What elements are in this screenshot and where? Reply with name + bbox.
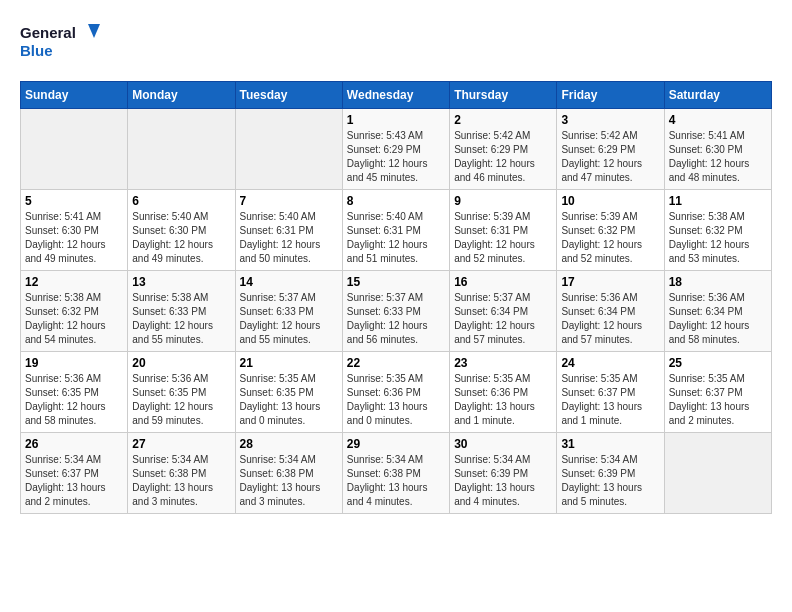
day-info: Sunrise: 5:42 AMSunset: 6:29 PMDaylight:… bbox=[561, 129, 659, 185]
day-info: Sunrise: 5:40 AMSunset: 6:31 PMDaylight:… bbox=[347, 210, 445, 266]
day-info: Sunrise: 5:34 AMSunset: 6:39 PMDaylight:… bbox=[561, 453, 659, 509]
day-info: Sunrise: 5:43 AMSunset: 6:29 PMDaylight:… bbox=[347, 129, 445, 185]
day-info: Sunrise: 5:41 AMSunset: 6:30 PMDaylight:… bbox=[669, 129, 767, 185]
calendar-cell: 24Sunrise: 5:35 AMSunset: 6:37 PMDayligh… bbox=[557, 352, 664, 433]
calendar-cell: 12Sunrise: 5:38 AMSunset: 6:32 PMDayligh… bbox=[21, 271, 128, 352]
calendar-cell: 1Sunrise: 5:43 AMSunset: 6:29 PMDaylight… bbox=[342, 109, 449, 190]
calendar-week-3: 12Sunrise: 5:38 AMSunset: 6:32 PMDayligh… bbox=[21, 271, 772, 352]
day-info: Sunrise: 5:37 AMSunset: 6:33 PMDaylight:… bbox=[347, 291, 445, 347]
day-number: 18 bbox=[669, 275, 767, 289]
calendar-cell: 20Sunrise: 5:36 AMSunset: 6:35 PMDayligh… bbox=[128, 352, 235, 433]
calendar-cell: 27Sunrise: 5:34 AMSunset: 6:38 PMDayligh… bbox=[128, 433, 235, 514]
day-number: 6 bbox=[132, 194, 230, 208]
day-info: Sunrise: 5:34 AMSunset: 6:37 PMDaylight:… bbox=[25, 453, 123, 509]
calendar-cell: 6Sunrise: 5:40 AMSunset: 6:30 PMDaylight… bbox=[128, 190, 235, 271]
page-header: General Blue bbox=[20, 20, 772, 65]
day-number: 3 bbox=[561, 113, 659, 127]
day-info: Sunrise: 5:34 AMSunset: 6:38 PMDaylight:… bbox=[132, 453, 230, 509]
day-info: Sunrise: 5:34 AMSunset: 6:38 PMDaylight:… bbox=[347, 453, 445, 509]
day-info: Sunrise: 5:40 AMSunset: 6:30 PMDaylight:… bbox=[132, 210, 230, 266]
day-number: 13 bbox=[132, 275, 230, 289]
svg-marker-2 bbox=[88, 24, 100, 38]
calendar-cell: 2Sunrise: 5:42 AMSunset: 6:29 PMDaylight… bbox=[450, 109, 557, 190]
day-info: Sunrise: 5:35 AMSunset: 6:37 PMDaylight:… bbox=[669, 372, 767, 428]
calendar-cell: 28Sunrise: 5:34 AMSunset: 6:38 PMDayligh… bbox=[235, 433, 342, 514]
day-info: Sunrise: 5:34 AMSunset: 6:39 PMDaylight:… bbox=[454, 453, 552, 509]
weekday-header-wednesday: Wednesday bbox=[342, 82, 449, 109]
calendar-cell bbox=[235, 109, 342, 190]
calendar-cell bbox=[21, 109, 128, 190]
day-info: Sunrise: 5:36 AMSunset: 6:35 PMDaylight:… bbox=[25, 372, 123, 428]
day-number: 29 bbox=[347, 437, 445, 451]
calendar-cell: 14Sunrise: 5:37 AMSunset: 6:33 PMDayligh… bbox=[235, 271, 342, 352]
calendar-cell: 19Sunrise: 5:36 AMSunset: 6:35 PMDayligh… bbox=[21, 352, 128, 433]
day-number: 10 bbox=[561, 194, 659, 208]
day-number: 22 bbox=[347, 356, 445, 370]
day-number: 24 bbox=[561, 356, 659, 370]
calendar-cell: 22Sunrise: 5:35 AMSunset: 6:36 PMDayligh… bbox=[342, 352, 449, 433]
day-info: Sunrise: 5:36 AMSunset: 6:35 PMDaylight:… bbox=[132, 372, 230, 428]
day-info: Sunrise: 5:38 AMSunset: 6:32 PMDaylight:… bbox=[25, 291, 123, 347]
day-number: 25 bbox=[669, 356, 767, 370]
day-info: Sunrise: 5:36 AMSunset: 6:34 PMDaylight:… bbox=[669, 291, 767, 347]
day-info: Sunrise: 5:38 AMSunset: 6:32 PMDaylight:… bbox=[669, 210, 767, 266]
calendar-cell bbox=[128, 109, 235, 190]
weekday-header-thursday: Thursday bbox=[450, 82, 557, 109]
calendar-cell: 11Sunrise: 5:38 AMSunset: 6:32 PMDayligh… bbox=[664, 190, 771, 271]
day-number: 30 bbox=[454, 437, 552, 451]
day-number: 16 bbox=[454, 275, 552, 289]
weekday-header-tuesday: Tuesday bbox=[235, 82, 342, 109]
day-info: Sunrise: 5:42 AMSunset: 6:29 PMDaylight:… bbox=[454, 129, 552, 185]
day-number: 14 bbox=[240, 275, 338, 289]
day-number: 9 bbox=[454, 194, 552, 208]
calendar-cell: 18Sunrise: 5:36 AMSunset: 6:34 PMDayligh… bbox=[664, 271, 771, 352]
weekday-header-saturday: Saturday bbox=[664, 82, 771, 109]
weekday-header-friday: Friday bbox=[557, 82, 664, 109]
calendar-cell: 23Sunrise: 5:35 AMSunset: 6:36 PMDayligh… bbox=[450, 352, 557, 433]
calendar-cell bbox=[664, 433, 771, 514]
logo: General Blue bbox=[20, 20, 100, 65]
calendar-cell: 10Sunrise: 5:39 AMSunset: 6:32 PMDayligh… bbox=[557, 190, 664, 271]
day-number: 2 bbox=[454, 113, 552, 127]
day-number: 26 bbox=[25, 437, 123, 451]
weekday-header-row: SundayMondayTuesdayWednesdayThursdayFrid… bbox=[21, 82, 772, 109]
calendar-week-2: 5Sunrise: 5:41 AMSunset: 6:30 PMDaylight… bbox=[21, 190, 772, 271]
calendar-week-5: 26Sunrise: 5:34 AMSunset: 6:37 PMDayligh… bbox=[21, 433, 772, 514]
day-number: 27 bbox=[132, 437, 230, 451]
calendar-cell: 25Sunrise: 5:35 AMSunset: 6:37 PMDayligh… bbox=[664, 352, 771, 433]
day-info: Sunrise: 5:37 AMSunset: 6:34 PMDaylight:… bbox=[454, 291, 552, 347]
calendar-cell: 4Sunrise: 5:41 AMSunset: 6:30 PMDaylight… bbox=[664, 109, 771, 190]
day-number: 28 bbox=[240, 437, 338, 451]
day-number: 15 bbox=[347, 275, 445, 289]
day-number: 20 bbox=[132, 356, 230, 370]
day-number: 19 bbox=[25, 356, 123, 370]
day-number: 11 bbox=[669, 194, 767, 208]
weekday-header-sunday: Sunday bbox=[21, 82, 128, 109]
svg-text:Blue: Blue bbox=[20, 42, 53, 59]
calendar-cell: 15Sunrise: 5:37 AMSunset: 6:33 PMDayligh… bbox=[342, 271, 449, 352]
calendar-cell: 8Sunrise: 5:40 AMSunset: 6:31 PMDaylight… bbox=[342, 190, 449, 271]
calendar-cell: 9Sunrise: 5:39 AMSunset: 6:31 PMDaylight… bbox=[450, 190, 557, 271]
svg-text:General: General bbox=[20, 24, 76, 41]
calendar-cell: 21Sunrise: 5:35 AMSunset: 6:35 PMDayligh… bbox=[235, 352, 342, 433]
calendar-table: SundayMondayTuesdayWednesdayThursdayFrid… bbox=[20, 81, 772, 514]
day-number: 12 bbox=[25, 275, 123, 289]
logo-svg: General Blue bbox=[20, 20, 100, 65]
day-number: 31 bbox=[561, 437, 659, 451]
calendar-cell: 30Sunrise: 5:34 AMSunset: 6:39 PMDayligh… bbox=[450, 433, 557, 514]
day-info: Sunrise: 5:39 AMSunset: 6:32 PMDaylight:… bbox=[561, 210, 659, 266]
day-info: Sunrise: 5:37 AMSunset: 6:33 PMDaylight:… bbox=[240, 291, 338, 347]
calendar-cell: 5Sunrise: 5:41 AMSunset: 6:30 PMDaylight… bbox=[21, 190, 128, 271]
calendar-cell: 26Sunrise: 5:34 AMSunset: 6:37 PMDayligh… bbox=[21, 433, 128, 514]
day-number: 1 bbox=[347, 113, 445, 127]
day-info: Sunrise: 5:34 AMSunset: 6:38 PMDaylight:… bbox=[240, 453, 338, 509]
day-info: Sunrise: 5:35 AMSunset: 6:36 PMDaylight:… bbox=[347, 372, 445, 428]
day-number: 23 bbox=[454, 356, 552, 370]
day-info: Sunrise: 5:41 AMSunset: 6:30 PMDaylight:… bbox=[25, 210, 123, 266]
day-number: 17 bbox=[561, 275, 659, 289]
calendar-cell: 13Sunrise: 5:38 AMSunset: 6:33 PMDayligh… bbox=[128, 271, 235, 352]
day-number: 21 bbox=[240, 356, 338, 370]
calendar-cell: 31Sunrise: 5:34 AMSunset: 6:39 PMDayligh… bbox=[557, 433, 664, 514]
day-info: Sunrise: 5:35 AMSunset: 6:37 PMDaylight:… bbox=[561, 372, 659, 428]
day-number: 5 bbox=[25, 194, 123, 208]
